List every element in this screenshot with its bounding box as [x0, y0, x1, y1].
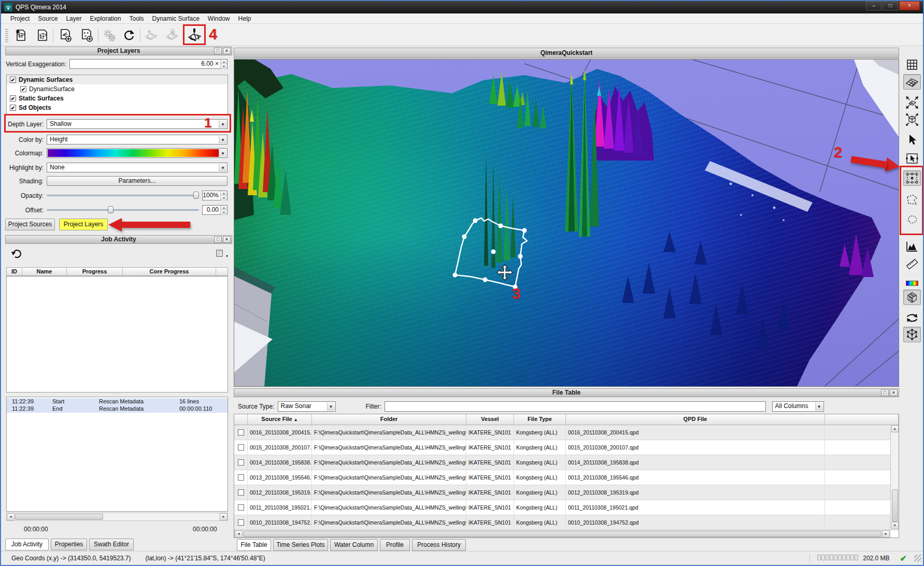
- scrollbar-thumb[interactable]: [15, 514, 103, 520]
- tab-file-table[interactable]: File Table: [237, 539, 271, 551]
- rectangle-selection-button[interactable]: [903, 170, 921, 186]
- menu-item[interactable]: Project: [6, 14, 34, 23]
- opacity-slider-handle[interactable]: [193, 192, 199, 199]
- color-by-dropdown[interactable]: Height ▾: [47, 135, 228, 144]
- reload-button[interactable]: [120, 26, 138, 44]
- offset-field[interactable]: 0.00 ▴▾: [202, 205, 228, 215]
- ruler-button[interactable]: [903, 256, 921, 272]
- toolbar-grip[interactable]: [5, 28, 8, 42]
- job-log-view[interactable]: 11:22:39 Start Rescan Metadata 16 lines …: [6, 397, 228, 512]
- column-header-folder[interactable]: Folder: [312, 414, 466, 425]
- vertical-exaggeration-field[interactable]: 6.00 × ▴▾: [69, 59, 228, 69]
- close-panel-icon[interactable]: ×: [223, 48, 231, 54]
- menu-item[interactable]: Source: [34, 14, 62, 23]
- row-checkbox[interactable]: [238, 444, 244, 451]
- float-panel-icon[interactable]: □: [214, 48, 222, 54]
- tab-project-layers[interactable]: Project Layers: [59, 219, 108, 230]
- checkbox-checked[interactable]: ✔: [20, 86, 26, 92]
- log-row[interactable]: 11:22:39 End Rescan Metadata 00:00:00.11…: [7, 405, 228, 413]
- scrollbar-thumb[interactable]: [892, 489, 898, 522]
- columns-filter-dropdown[interactable]: All Columns ▾: [772, 401, 824, 412]
- column-header-core-progress[interactable]: Core Progress: [123, 268, 216, 275]
- scroll-down-icon[interactable]: ▾: [891, 522, 899, 529]
- lock-surface-button-disabled[interactable]: [163, 26, 181, 44]
- open-project-button[interactable]: [33, 26, 51, 44]
- polygon-selection-button[interactable]: [903, 192, 921, 208]
- offset-slider-track[interactable]: [47, 209, 199, 211]
- add-processed-points-button[interactable]: × ××: [78, 26, 95, 44]
- row-checkbox[interactable]: [238, 459, 244, 466]
- scroll-right-icon[interactable]: ▸: [882, 530, 890, 538]
- colormap-dropdown[interactable]: ▾: [47, 148, 228, 158]
- shading-parameters-button[interactable]: Parameters...: [47, 176, 228, 186]
- column-header-vessel[interactable]: Vessel: [466, 414, 514, 425]
- cube-nodes-button[interactable]: [903, 327, 921, 342]
- column-header-checkbox[interactable]: [234, 414, 248, 425]
- column-header-qpd-file[interactable]: QPD File: [566, 414, 825, 425]
- menu-item[interactable]: Exploration: [86, 14, 125, 23]
- float-panel-icon[interactable]: □: [214, 236, 222, 243]
- resize-grip[interactable]: [914, 555, 921, 562]
- table-row[interactable]: 0015_20110308_200107.all F:\QimeraQuicks…: [234, 440, 899, 455]
- offset-slider-handle[interactable]: [108, 206, 113, 213]
- selection-polygon[interactable]: [453, 218, 528, 289]
- file-table-hscrollbar[interactable]: ◂ ▸: [234, 530, 890, 538]
- opacity-stepper[interactable]: ▴▾: [220, 191, 227, 200]
- offset-stepper[interactable]: ▴▾: [220, 206, 227, 214]
- scene-3d-view[interactable]: 3: [234, 59, 899, 387]
- job-table-body[interactable]: [6, 276, 228, 393]
- grid-view-button[interactable]: [903, 57, 921, 72]
- colormap-button[interactable]: [903, 278, 921, 288]
- offset-slider[interactable]: [47, 205, 199, 215]
- select-cursor-button[interactable]: [903, 132, 921, 148]
- grid-3d-button[interactable]: [903, 289, 921, 305]
- row-checkbox[interactable]: [238, 474, 244, 481]
- log-options-button[interactable]: ▾: [216, 250, 224, 257]
- menu-item[interactable]: Dynamic Surface: [148, 14, 203, 23]
- tree-item-sd-objects[interactable]: ✔ Sd Objects: [7, 103, 228, 112]
- vertical-exaggeration-stepper[interactable]: ▴▾: [220, 60, 227, 68]
- maximize-button[interactable]: □: [883, 1, 898, 10]
- tree-item-dynamicsurface[interactable]: ✔ DynamicSurface: [7, 84, 228, 94]
- checkbox-checked[interactable]: ✔: [10, 77, 16, 83]
- column-header-name[interactable]: Name: [22, 268, 67, 275]
- source-type-dropdown[interactable]: Raw Sonar ▾: [278, 401, 336, 412]
- float-panel-icon[interactable]: □: [881, 389, 889, 396]
- table-row[interactable]: 0010_20110308_194752.all F:\QimeraQuicks…: [234, 515, 899, 530]
- tree-item-dynamic-surfaces[interactable]: ✔ Dynamic Surfaces: [7, 75, 228, 84]
- tab-water-column[interactable]: Water Column: [330, 539, 378, 551]
- depth-layer-dropdown[interactable]: Shallow ▾: [47, 119, 228, 129]
- table-row[interactable]: 0016_20110308_200415.all F:\QimeraQuicks…: [234, 425, 899, 440]
- dock-tab-job-activity[interactable]: Job Activity: [5, 539, 49, 550]
- row-checkbox[interactable]: [238, 429, 244, 436]
- zoom-extents-mesh-button[interactable]: [903, 95, 921, 110]
- row-checkbox[interactable]: [238, 504, 244, 511]
- scroll-right-icon[interactable]: ▸: [220, 513, 228, 520]
- close-panel-icon[interactable]: ×: [890, 389, 898, 396]
- column-header-file-type[interactable]: File Type: [514, 414, 566, 425]
- job-log-hscrollbar[interactable]: ◂ ▸: [6, 513, 228, 521]
- checkbox-checked[interactable]: ✔: [10, 105, 16, 111]
- new-project-button[interactable]: [11, 26, 29, 44]
- swath-editor-button[interactable]: [186, 26, 203, 44]
- scene-window-header[interactable]: QimeraQuickstart: [234, 48, 899, 59]
- menu-item[interactable]: Help: [234, 14, 255, 23]
- rotate-view-button[interactable]: [903, 310, 921, 326]
- tab-project-sources[interactable]: Project Sources: [5, 219, 55, 230]
- file-table-vscrollbar[interactable]: ▴ ▾: [890, 425, 899, 529]
- new-surface-button-disabled[interactable]: [143, 26, 160, 44]
- add-raw-sonar-files-button[interactable]: [56, 26, 74, 44]
- scrollbar-thumb[interactable]: [243, 531, 882, 537]
- column-header-progress[interactable]: Progress: [67, 268, 123, 275]
- table-row[interactable]: 0013_20110308_195546.all F:\QimeraQuicks…: [234, 470, 899, 485]
- lasso-selection-button[interactable]: [903, 212, 921, 227]
- table-row[interactable]: 0011_20110308_195021.all F:\QimeraQuicks…: [234, 500, 899, 515]
- log-row[interactable]: 11:22:39 Start Rescan Metadata 16 lines: [7, 398, 228, 405]
- scroll-left-icon[interactable]: ◂: [7, 513, 15, 520]
- opacity-field[interactable]: 100% ▴▾: [202, 191, 228, 200]
- job-undo-button[interactable]: [10, 248, 23, 260]
- tab-profile[interactable]: Profile: [380, 539, 410, 551]
- profile-chart-button[interactable]: [903, 239, 921, 254]
- panel-splitter[interactable]: ······: [5, 393, 229, 396]
- row-checkbox[interactable]: [238, 489, 244, 496]
